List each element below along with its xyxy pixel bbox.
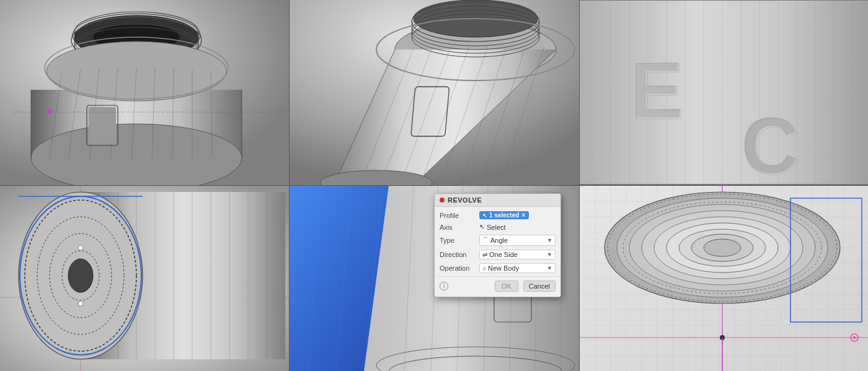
svg-point-158	[853, 336, 856, 339]
type-value: ⌒ Angle ▼	[479, 235, 556, 246]
direction-dropdown[interactable]: ⇌ One Side ▼	[479, 250, 556, 260]
profile-selected-badge[interactable]: ↖ 1 selected ✕	[479, 211, 529, 219]
viewport-bottom-left[interactable]	[0, 186, 289, 371]
direction-value: ⇌ One Side ▼	[479, 250, 556, 260]
direction-label: Direction	[440, 251, 477, 258]
type-dropdown-text: Angle	[490, 237, 508, 244]
type-dropdown[interactable]: ⌒ Angle ▼	[479, 235, 556, 246]
axis-label: Axis	[440, 224, 477, 231]
dialog-row-type: Type ⌒ Angle ▼	[435, 233, 560, 248]
badge-close-icon[interactable]: ✕	[521, 212, 526, 219]
dialog-body: Profile ↖ 1 selected ✕ Axis ↖ Select Typ…	[435, 207, 560, 297]
dialog-separator	[435, 276, 560, 277]
svg-rect-28	[89, 107, 116, 144]
ok-button[interactable]: OK	[495, 281, 518, 292]
info-icon[interactable]: i	[440, 282, 448, 290]
svg-point-95	[78, 245, 83, 250]
dialog-row-direction: Direction ⇌ One Side ▼	[435, 248, 560, 261]
operation-label: Operation	[440, 264, 477, 272]
type-label: Type	[440, 237, 477, 244]
dialog-row-profile: Profile ↖ 1 selected ✕	[435, 209, 560, 221]
dialog-title-bar: REVOLVE	[435, 194, 560, 207]
svg-point-94	[68, 259, 93, 292]
cursor-icon: ↖	[479, 223, 485, 231]
revolve-dialog: REVOLVE Profile ↖ 1 selected ✕ Axis ↖ Se…	[434, 193, 561, 297]
direction-dropdown-text: One Side	[489, 251, 518, 258]
direction-dropdown-arrow: ▼	[547, 251, 552, 258]
direction-icon: ⇌	[482, 251, 487, 258]
badge-text: 1 selected	[489, 212, 519, 219]
badge-cursor-icon: ↖	[482, 212, 487, 219]
dialog-title: REVOLVE	[448, 196, 482, 204]
viewport-bottom-right[interactable]	[580, 186, 868, 371]
dialog-status-dot	[440, 198, 445, 203]
viewport-top-center[interactable]	[290, 0, 579, 185]
type-dropdown-arrow: ▼	[547, 237, 552, 243]
svg-point-29	[47, 109, 52, 114]
viewport-grid: {[...Array(8)].map((_, i) => ``).join(''…	[0, 0, 868, 371]
cancel-button[interactable]: Cancel	[523, 281, 556, 292]
axis-select-button[interactable]: ↖ Select	[479, 223, 556, 231]
operation-dropdown-text: New Body	[488, 264, 519, 272]
dialog-row-axis: Axis ↖ Select	[435, 221, 560, 233]
operation-value: ○ New Body ▼	[479, 263, 556, 273]
axis-select-text: Select	[487, 224, 506, 231]
svg-point-152	[704, 239, 741, 256]
svg-rect-53	[580, 0, 868, 185]
angle-icon: ⌒	[482, 236, 489, 245]
dialog-row-operation: Operation ○ New Body ▼	[435, 261, 560, 275]
dialog-footer: i OK Cancel	[435, 278, 560, 294]
operation-icon: ○	[482, 265, 486, 272]
viewport-top-left[interactable]: {[...Array(8)].map((_, i) => ``).join(''…	[0, 0, 289, 185]
svg-text:E: E	[631, 46, 684, 136]
viewport-top-right[interactable]: E C E C	[580, 0, 868, 185]
operation-dropdown[interactable]: ○ New Body ▼	[479, 263, 556, 273]
profile-label: Profile	[440, 212, 477, 219]
svg-text:C: C	[742, 102, 800, 185]
profile-value: ↖ 1 selected ✕	[479, 211, 556, 219]
svg-point-96	[78, 301, 83, 306]
operation-dropdown-arrow: ▼	[547, 265, 552, 271]
svg-point-16	[46, 41, 226, 101]
